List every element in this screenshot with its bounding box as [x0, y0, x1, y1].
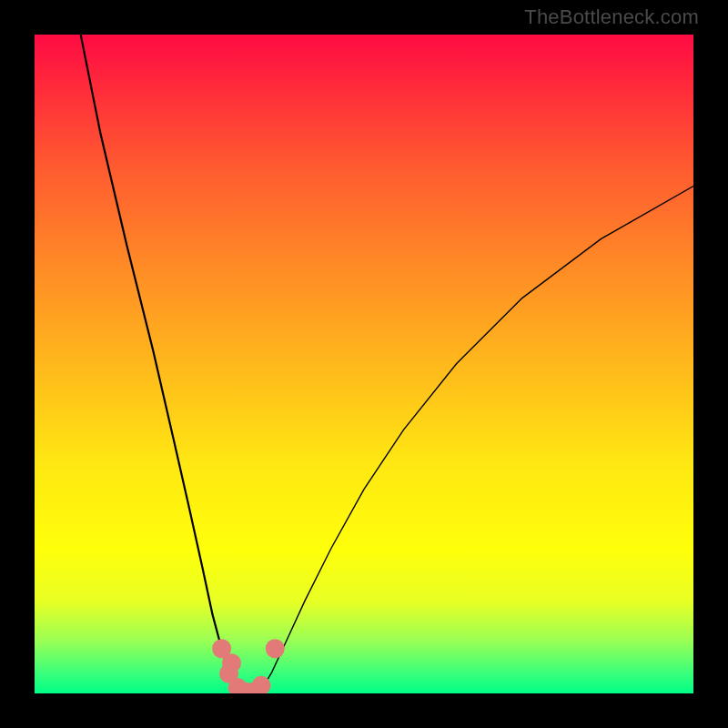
marker-group [212, 639, 285, 693]
frame: TheBottleneck.com [0, 0, 728, 728]
watermark-text: TheBottleneck.com [524, 5, 699, 29]
curve-right [258, 187, 693, 693]
chart-svg [35, 35, 693, 693]
curve-left [81, 35, 239, 693]
data-marker [222, 653, 241, 672]
plot-area [35, 35, 693, 693]
data-marker [266, 639, 285, 658]
